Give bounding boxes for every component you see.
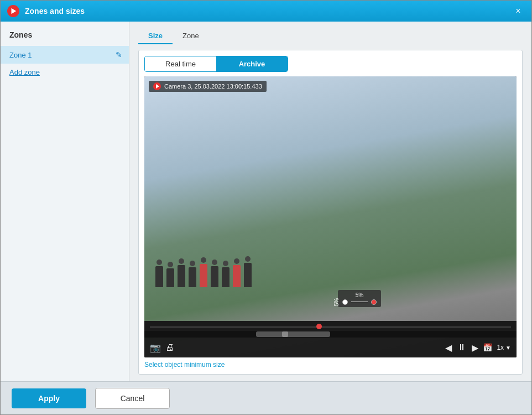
person-9 bbox=[244, 263, 252, 287]
camera-label-text: Camera 3, 25.03.2022 13:00:15.433 bbox=[164, 83, 262, 90]
app-icon bbox=[7, 5, 19, 17]
window-title: Zones and sizes bbox=[25, 7, 512, 15]
handle-center[interactable] bbox=[371, 299, 377, 305]
print-icon[interactable]: 🖨 bbox=[165, 343, 174, 352]
person-6 bbox=[211, 266, 218, 287]
size-percent-top: 5% bbox=[356, 292, 363, 298]
select-size-text[interactable]: Select object minimum size bbox=[144, 361, 517, 369]
sidebar-title: Zones bbox=[1, 30, 129, 46]
person-7 bbox=[222, 267, 230, 287]
pedestrian-area bbox=[155, 263, 252, 287]
speed-selector[interactable]: 1x ▼ bbox=[497, 344, 511, 351]
edit-icon[interactable]: ✎ bbox=[116, 50, 122, 59]
close-button[interactable]: × bbox=[512, 4, 525, 18]
main-window: Zones and sizes × Zones Zone 1 ✎ Add zon… bbox=[0, 0, 532, 415]
timeline-scroll[interactable] bbox=[144, 331, 517, 338]
svg-marker-0 bbox=[12, 8, 17, 14]
tab-zone[interactable]: Zone bbox=[173, 28, 209, 44]
video-scene bbox=[144, 76, 517, 357]
pause-icon[interactable]: ⏸ bbox=[457, 343, 466, 352]
camera-play-icon bbox=[153, 82, 161, 90]
add-zone-link[interactable]: Add zone bbox=[1, 64, 129, 81]
top-tabs: Size Zone bbox=[138, 28, 523, 44]
timeline-line bbox=[150, 326, 511, 328]
size-control-widget[interactable]: 5% 5% bbox=[338, 290, 381, 307]
calendar-icon[interactable]: 📅 bbox=[483, 343, 492, 352]
archive-tab[interactable]: Archive bbox=[216, 56, 288, 71]
cancel-button[interactable]: Cancel bbox=[95, 388, 170, 409]
title-bar: Zones and sizes × bbox=[1, 1, 531, 22]
zone-1-label: Zone 1 bbox=[9, 51, 32, 59]
realtime-tab[interactable]: Real time bbox=[145, 56, 216, 71]
handle-topleft[interactable] bbox=[342, 299, 348, 305]
rt-archive-tabs: Real time Archive bbox=[144, 56, 288, 72]
speed-dropdown-icon[interactable]: ▼ bbox=[505, 345, 511, 351]
content-area: Zones Zone 1 ✎ Add zone Size Zone Real t… bbox=[1, 22, 531, 381]
size-handles bbox=[342, 299, 377, 305]
zone-1-item[interactable]: Zone 1 ✎ bbox=[1, 46, 129, 64]
timeline-scroll-thumb[interactable] bbox=[256, 331, 331, 337]
person-1 bbox=[155, 266, 163, 287]
timeline-area[interactable]: 12:40 12:50 13:00 13:10 13:20 bbox=[144, 321, 517, 338]
scroll-thumb-center bbox=[282, 331, 288, 337]
person-3 bbox=[178, 265, 185, 287]
footer: Apply Cancel bbox=[1, 381, 531, 414]
person-4 bbox=[189, 267, 196, 287]
person-2 bbox=[166, 268, 174, 287]
playback-controls: ◀ ⏸ ▶ bbox=[445, 343, 478, 353]
timeline-track bbox=[144, 322, 517, 331]
next-frame-icon[interactable]: ▶ bbox=[472, 343, 478, 353]
size-percent-side: 5% bbox=[333, 298, 340, 305]
sidebar: Zones Zone 1 ✎ Add zone bbox=[1, 22, 129, 381]
person-8 bbox=[233, 265, 241, 287]
video-controls-bar: 📷 🖨 ◀ ⏸ ▶ 📅 1x ▼ bbox=[144, 338, 517, 357]
person-5 bbox=[200, 264, 207, 287]
screenshot-icon[interactable]: 📷 bbox=[150, 343, 161, 353]
handle-line-h bbox=[351, 302, 368, 302]
video-container: Camera 3, 25.03.2022 13:00:15.433 5% 5% bbox=[144, 76, 517, 357]
apply-button[interactable]: Apply bbox=[12, 388, 86, 408]
video-section: Real time Archive bbox=[138, 50, 523, 375]
timeline-cursor[interactable] bbox=[316, 324, 322, 329]
main-area: Size Zone Real time Archive bbox=[129, 22, 531, 381]
tab-size[interactable]: Size bbox=[138, 28, 173, 44]
camera-label-overlay: Camera 3, 25.03.2022 13:00:15.433 bbox=[149, 81, 267, 92]
speed-label: 1x bbox=[497, 344, 504, 351]
prev-frame-icon[interactable]: ◀ bbox=[445, 343, 452, 353]
